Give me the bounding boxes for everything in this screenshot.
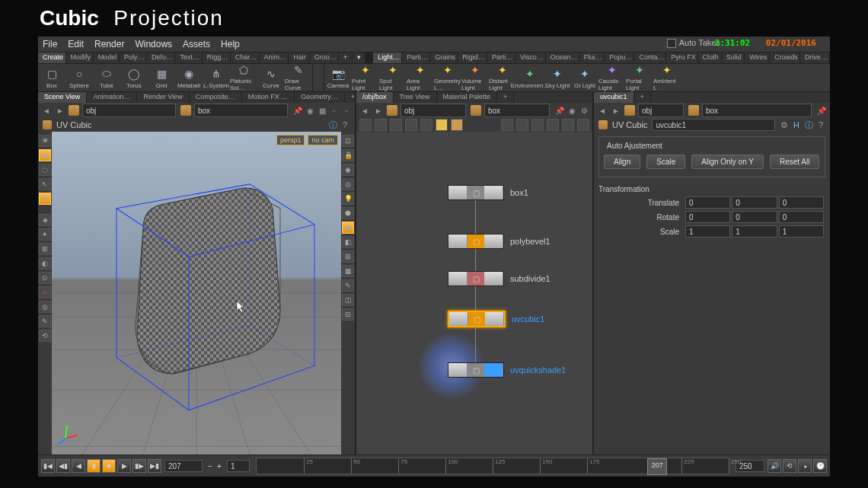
menu-file[interactable]: File <box>43 39 57 49</box>
translate-y-field[interactable] <box>732 196 777 209</box>
tool-icon[interactable]: ◈ <box>39 214 51 226</box>
scale-button[interactable]: Scale <box>646 155 685 169</box>
pane-tab[interactable]: Tree View <box>394 92 437 103</box>
rotate-z-field[interactable] <box>779 211 824 223</box>
tool-icon[interactable]: ✦ <box>39 228 51 241</box>
shelf-tab[interactable]: Anim… <box>260 53 289 63</box>
back-icon[interactable]: ◄ <box>359 105 370 116</box>
move-tool-icon[interactable]: ✥ <box>39 193 51 205</box>
tool-pointlight[interactable]: ✦Point Light <box>352 64 379 91</box>
help-icon[interactable]: ? <box>816 120 825 129</box>
snap-icon[interactable]: ∩ <box>39 286 51 298</box>
no-cam-badge[interactable]: no cam <box>308 135 338 145</box>
path-node[interactable]: box <box>194 104 288 117</box>
grid-icon[interactable] <box>405 119 417 131</box>
shelf-tab[interactable]: Modify <box>66 53 94 63</box>
shelf-tab[interactable]: Rigg… <box>203 53 231 63</box>
op-name-field[interactable] <box>652 119 775 131</box>
back-icon[interactable]: ◄ <box>597 105 608 116</box>
folder-icon[interactable] <box>180 105 191 116</box>
path-node[interactable]: box <box>702 104 812 117</box>
pin-icon[interactable]: 📌 <box>292 105 303 116</box>
prev-key-button[interactable]: ◀▮ <box>56 459 70 473</box>
tool-metaball[interactable]: ◉Metaball <box>175 64 203 91</box>
snap-icon[interactable] <box>577 119 589 131</box>
shelf-tab[interactable]: Crowds <box>770 53 800 63</box>
align-button[interactable]: Align <box>604 155 640 169</box>
playhead[interactable]: 207 <box>647 458 667 475</box>
shelf-tab[interactable]: Defo… <box>147 53 175 63</box>
shelf-tab[interactable]: Solid <box>722 53 745 63</box>
translate-x-field[interactable] <box>685 196 730 209</box>
globe-icon[interactable]: ◉ <box>305 105 315 116</box>
display-icon[interactable]: ▣ <box>342 222 354 234</box>
display-icon[interactable]: ⬢ <box>342 207 354 219</box>
view-tool-icon[interactable]: 👁 <box>39 135 51 147</box>
shelf-tab[interactable]: Grains <box>430 53 458 63</box>
shelf-tab[interactable]: Rigid… <box>458 53 487 63</box>
network-view[interactable]: ▢box1▢polybevel1▢subdivide1▢uvcubic1▢uvq… <box>356 132 592 455</box>
display-icon[interactable]: ▫ <box>329 105 340 116</box>
shelf-tab[interactable]: Char… <box>231 53 260 63</box>
tool-volumelight[interactable]: ✦Volume Light <box>461 64 489 91</box>
shelf-tab[interactable]: Parti… <box>487 53 515 63</box>
shelf-tab[interactable]: Conta… <box>634 53 666 63</box>
path-context[interactable]: obj <box>638 104 684 117</box>
shelf-tab[interactable]: Parti… <box>402 53 430 63</box>
forward-icon[interactable]: ► <box>373 105 384 116</box>
tool-drawcurve[interactable]: ✎Draw Curve <box>285 64 312 91</box>
key-icon[interactable]: ⬥ <box>798 459 812 473</box>
tool-sphere[interactable]: ○Sphere <box>65 64 93 91</box>
pane-tab[interactable]: Render View <box>137 92 189 103</box>
tool-tube[interactable]: ⬭Tube <box>93 64 120 91</box>
tool-lsystem[interactable]: ⋔L-System <box>203 64 230 91</box>
add-tab-icon[interactable]: + <box>634 92 651 103</box>
tool-icon[interactable]: ✎ <box>39 315 51 327</box>
folder-icon[interactable] <box>387 105 397 116</box>
current-frame-field[interactable] <box>164 460 203 472</box>
display-icon[interactable]: ◧ <box>342 236 354 248</box>
pane-tab[interactable]: uvcubic1 <box>594 92 634 103</box>
shelf-tab[interactable]: Visco… <box>515 53 546 63</box>
audio-icon[interactable]: 🔊 <box>767 459 781 473</box>
shelf-tab[interactable]: Model <box>94 53 120 63</box>
menu-assets[interactable]: Assets <box>183 39 210 49</box>
tool-curve[interactable]: ∿Curve <box>257 64 285 91</box>
tool-box[interactable]: ▢Box <box>38 64 65 91</box>
reset-button[interactable]: Reset All <box>770 155 819 169</box>
gear-icon[interactable]: ⚙ <box>579 105 589 116</box>
folder-icon[interactable] <box>688 105 699 116</box>
shelf-tab[interactable]: Poly… <box>120 53 147 63</box>
menu-edit[interactable]: Edit <box>68 39 84 49</box>
node-uvquickshade1[interactable]: ▢uvquickshade1 <box>448 362 566 378</box>
tool-spotlight[interactable]: ✦Spot Light <box>379 64 407 91</box>
display-icon[interactable]: ◉ <box>342 164 354 176</box>
shelf-tab[interactable]: Text… <box>175 53 202 63</box>
tool-gilight[interactable]: ✦GI Light <box>571 64 598 91</box>
scale-x-field[interactable] <box>685 225 730 238</box>
pane-tab[interactable]: /obj/box <box>356 92 394 103</box>
shelf-tab[interactable]: Drive… <box>800 53 830 63</box>
tool-platonicsol[interactable]: ⬠Platonic Sol… <box>230 64 257 91</box>
expose-icon[interactable]: ◉ <box>566 105 577 116</box>
minus-button[interactable]: − <box>206 462 215 470</box>
hda-icon[interactable]: H <box>792 120 801 129</box>
grid-icon[interactable] <box>390 119 402 131</box>
display-icon[interactable]: ⊡ <box>342 135 354 147</box>
node-box1[interactable]: ▢box1 <box>448 185 528 200</box>
help-icon[interactable]: ? <box>340 120 350 130</box>
translate-z-field[interactable] <box>779 196 824 209</box>
menu-render[interactable]: Render <box>94 39 124 49</box>
scale-z-field[interactable] <box>779 225 824 238</box>
tool-arealight[interactable]: ✦Area Light <box>407 64 434 91</box>
clock-icon[interactable]: 🕐 <box>813 459 827 473</box>
tool-portallight[interactable]: ✦Portal Light <box>626 64 653 91</box>
shelf-tab[interactable]: Flui… <box>579 53 605 63</box>
light-icon[interactable]: 💡 <box>342 193 354 205</box>
lasso-tool-icon[interactable]: ◌ <box>39 164 51 176</box>
folder-icon[interactable] <box>69 105 79 116</box>
shelf-tab[interactable]: Popu… <box>605 53 634 63</box>
path-context[interactable]: obj <box>82 104 176 117</box>
display-icon[interactable]: ◎ <box>342 178 354 190</box>
node-subdivide1[interactable]: ▢subdivide1 <box>448 271 550 286</box>
